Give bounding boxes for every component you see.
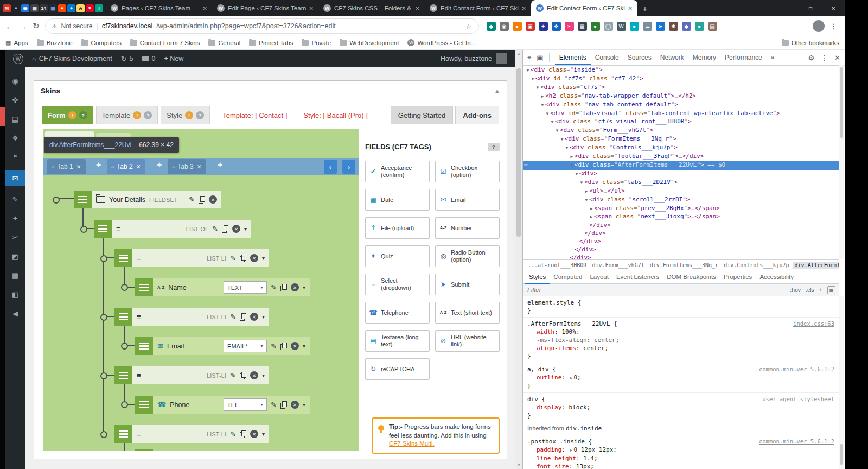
css-declaration[interactable]: display: block; <box>527 403 834 411</box>
duplicate-icon[interactable] <box>280 401 287 409</box>
tip-link[interactable]: CF7 Skins Multi. <box>389 440 435 447</box>
editor-tab[interactable]: ‹›Tab 3✕ <box>168 159 206 174</box>
stylesheet-link[interactable]: common.min…ver=5.6.1:2 <box>759 438 834 446</box>
admin-menu-item[interactable]: ◧ <box>5 288 25 300</box>
tree-row-list[interactable]: ≡LIST-OL✎✕▾ <box>94 220 251 238</box>
toggle-hover-state-button[interactable]: :hov <box>790 287 801 293</box>
admin-menu-item[interactable]: ✎ <box>5 193 25 205</box>
devtools-close-icon[interactable]: ✕ <box>834 54 840 62</box>
expand-chevron-icon[interactable]: ▾ <box>244 226 247 232</box>
styles-tab-properties[interactable]: Properties <box>720 270 756 284</box>
devtools-tab-network[interactable]: Network <box>656 50 688 65</box>
edit-icon[interactable]: ✎ <box>189 195 195 204</box>
tabs-next-button[interactable]: › <box>342 160 355 174</box>
delete-icon[interactable]: ✕ <box>291 342 299 350</box>
editor-tab-close-icon[interactable]: ✕ <box>136 163 141 170</box>
dom-node[interactable]: ▼<div class="Form___vhG7t"> <box>523 126 839 135</box>
dom-node[interactable]: ▼<div class="FormItems___3Nq_r"> <box>523 135 839 144</box>
scroll-down-icon[interactable]: ▼ <box>517 463 521 467</box>
tabs-prev-button[interactable]: ‹ <box>324 160 337 174</box>
dom-closing-tag[interactable]: </div> <box>523 254 839 259</box>
collapse-toggle-icon[interactable]: ▲ <box>494 87 500 94</box>
edit-icon[interactable]: ✎ <box>212 225 218 233</box>
devtools-settings-icon[interactable]: ⚙ <box>808 54 814 62</box>
dom-node[interactable]: ▶<div class="Toolbar___3FagP">…</div> <box>523 153 839 161</box>
extension-icon[interactable]: ✱ <box>669 22 678 31</box>
pinned-tab-favicon[interactable]: ♥ <box>86 4 94 12</box>
account-menu[interactable]: Howdy, buzztone <box>441 53 507 64</box>
bookmark-item[interactable]: Other bookmarks <box>782 40 839 46</box>
expand-chevron-icon[interactable]: ▾ <box>303 402 305 408</box>
drag-handle[interactable] <box>94 220 112 238</box>
extension-icon[interactable]: ● <box>630 22 639 31</box>
admin-menu-item[interactable]: ◀ <box>5 307 25 319</box>
duplicate-icon[interactable] <box>240 313 246 321</box>
css-declaration[interactable]: line-height: 1.4; <box>527 454 834 462</box>
pinned-tab-favicon[interactable]: M <box>3 4 11 12</box>
edit-icon[interactable]: ✎ <box>230 371 236 379</box>
stylesheet-link[interactable]: common.min…ver=5.6.1:2 <box>759 365 834 373</box>
editor-tab-close-icon[interactable]: ✕ <box>76 163 81 170</box>
admin-menu-item[interactable]: ❝ <box>5 151 25 163</box>
close-button[interactable]: ✕ <box>822 0 845 16</box>
breadcrumb-item[interactable]: div.FormItems___3Nq_r <box>648 262 720 269</box>
editor-tab-close-icon[interactable]: ✕ <box>197 163 202 170</box>
delete-icon[interactable]: ✕ <box>232 225 240 233</box>
dom-node[interactable]: ▼<div id="cf7s" class="cf7-42"> <box>523 75 839 84</box>
fields-help-button[interactable]: ? <box>488 143 500 151</box>
skins-tab-style[interactable]: Style!? <box>161 106 210 124</box>
help-badge[interactable]: ? <box>79 111 87 119</box>
delete-icon[interactable]: ✕ <box>250 254 258 262</box>
css-declaration[interactable]: -ms-flex-align: center; <box>527 336 834 344</box>
devtools-tab-elements[interactable]: Elements <box>555 50 591 65</box>
field-button-submit[interactable]: ➤Submit <box>435 274 500 295</box>
comments-indicator[interactable]: 0 <box>142 55 156 62</box>
devtools-tab-sources[interactable]: Sources <box>623 50 656 65</box>
address-bar[interactable]: ⚠ Not secure | cf7skinsdev.local/wp-admi… <box>45 18 479 34</box>
new-style-rule-button[interactable]: + <box>819 287 822 293</box>
device-toolbar-icon[interactable]: ▣ <box>537 54 543 62</box>
pinned-tab-favicon[interactable]: ● <box>58 4 66 12</box>
styles-filter-input[interactable] <box>526 286 669 294</box>
styles-tab-event-listeners[interactable]: Event Listeners <box>612 270 663 284</box>
dom-node[interactable]: ▼<div id="tab-visual" class="tab-content… <box>523 110 839 118</box>
tab-close-icon[interactable]: ✕ <box>203 5 207 11</box>
dom-node[interactable]: ▼<div> <box>523 170 839 179</box>
inspect-element-icon[interactable]: ⌖ <box>527 53 531 62</box>
breadcrumb-item[interactable]: ...al-root___3HBOR <box>526 262 588 269</box>
devtools-tab-memory[interactable]: Memory <box>688 50 720 65</box>
bookmark-item[interactable]: Computers <box>81 40 122 46</box>
extension-icon[interactable]: ✂ <box>565 22 574 31</box>
tab-close-icon[interactable]: ✕ <box>416 5 420 11</box>
tab-close-icon[interactable]: ✕ <box>628 5 633 11</box>
extension-icon[interactable]: ❖ <box>552 22 561 31</box>
browser-tab[interactable]: WEdit Contact Form ‹ CF7 Skins✕ <box>531 0 637 16</box>
dom-node[interactable]: ▼<div class="tabs___2D2IV"> <box>523 179 839 187</box>
dom-node[interactable]: ▶<span class="next___3ioxq">…</span> <box>523 213 839 221</box>
wordpress-logo-icon[interactable]: W <box>13 54 23 64</box>
add-tab-button[interactable]: + <box>218 160 222 170</box>
browser-tab[interactable]: WPages ‹ CF7 Skins Team — Wo...✕ <box>106 0 212 16</box>
dom-node[interactable]: ▼<div class="Controls___kju7p"> <box>523 144 839 153</box>
editor-tab[interactable]: ‹›Tab 1✕ <box>47 159 86 174</box>
expand-chevron-icon[interactable]: ▾ <box>262 314 265 320</box>
dom-closing-tag[interactable]: </div> <box>523 221 839 230</box>
type-dropdown[interactable]: TEXT▾ <box>224 281 267 294</box>
drag-handle[interactable] <box>135 449 153 451</box>
pinned-tab-favicon[interactable]: T <box>95 4 103 12</box>
edit-icon[interactable]: ✎ <box>271 401 277 409</box>
delete-icon[interactable]: ✕ <box>291 401 299 409</box>
styles-tab-accessibility[interactable]: Accessibility <box>756 270 797 284</box>
breadcrumb-item[interactable]: div.AfterFormItems___22UvL <box>793 262 839 269</box>
drag-handle[interactable] <box>114 308 132 326</box>
duplicate-icon[interactable] <box>199 196 205 204</box>
editor-tab[interactable]: ‹›Tab 2✕ <box>107 159 145 174</box>
profile-avatar[interactable] <box>813 20 825 32</box>
drag-handle[interactable] <box>114 366 132 384</box>
tree-row-list[interactable]: ≡LIST-LI✎✕▾ <box>114 366 269 384</box>
edit-icon[interactable]: ✎ <box>230 313 236 321</box>
dom-closing-tag[interactable]: </div> <box>523 230 839 238</box>
skins-tab-form[interactable]: Form!? <box>42 106 93 124</box>
field-button-acceptance[interactable]: ✔Acceptance (confirm) <box>365 161 430 182</box>
add-tab-button[interactable]: + <box>157 160 162 170</box>
